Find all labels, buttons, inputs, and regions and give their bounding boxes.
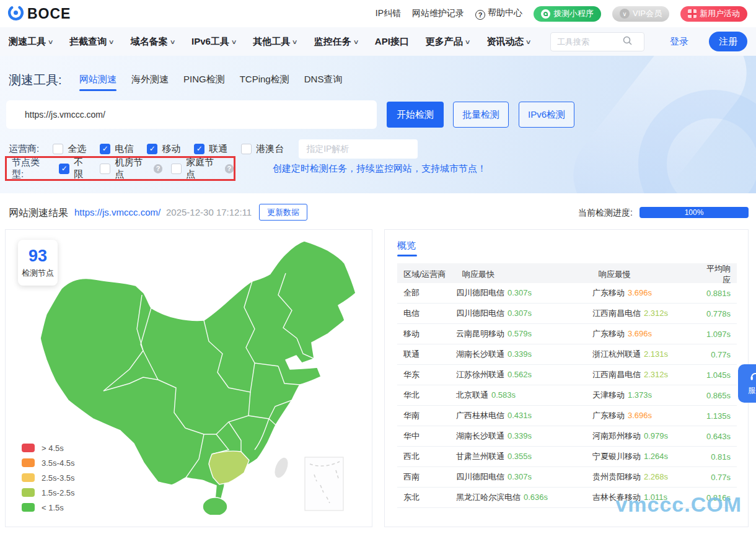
tab-ping[interactable]: PING检测: [183, 74, 225, 91]
checkbox-unchecked[interactable]: [53, 144, 63, 154]
legend-item: 1.5s-2.5s: [22, 485, 74, 500]
speed-test-hero: 测速工具: 网站测速 海外测速 PING检测 TCPing检测 DNS查询 开始…: [0, 56, 756, 193]
ipv6-test-button[interactable]: IPv6检测: [519, 102, 574, 128]
batch-test-button[interactable]: 批量检测: [453, 102, 509, 128]
region-cell: 西南: [397, 471, 456, 483]
table-row: 华中湖南长沙联通0.339s河南郑州移动0.979s0.643s: [397, 426, 737, 447]
region-cell: 华南: [397, 410, 456, 421]
chevron-down-icon: ∨: [525, 38, 532, 45]
avg-cell: 1.045s: [695, 370, 737, 380]
url-input[interactable]: [6, 100, 377, 129]
avg-cell: 0.865s: [695, 391, 737, 400]
chevron-down-icon: ∨: [292, 38, 298, 45]
tool-search-input[interactable]: [557, 37, 619, 46]
help-icon[interactable]: ?: [154, 164, 162, 173]
mini-program-badge[interactable]: 拨测小程序: [534, 6, 601, 22]
chevron-down-icon: ∨: [464, 38, 470, 45]
chevron-down-icon: ∨: [169, 38, 175, 45]
checkbox-checked[interactable]: ✓: [100, 144, 110, 154]
map-panel: 93 检测节点: [5, 229, 372, 527]
new-user-badge[interactable]: 新用户活动: [680, 6, 747, 22]
nav-item-ipv6-tools[interactable]: IPv6工具∨: [191, 36, 236, 48]
col-fastest: 响应最快: [456, 269, 592, 280]
gift-icon: [688, 9, 697, 18]
tab-tcping[interactable]: TCPing检测: [240, 74, 289, 91]
nav-item-news[interactable]: 资讯动态∨: [486, 36, 530, 48]
nav-item-api[interactable]: API接口: [375, 36, 409, 48]
legend-swatch: [22, 488, 35, 497]
isp-option-hmt[interactable]: 港澳台: [241, 143, 284, 155]
result-timestamp: 2025-12-30 17:12:11: [166, 207, 252, 217]
tab-overview-underline: [397, 255, 417, 256]
speed-test-tabs: 网站测速 海外测速 PING检测 TCPing检测 DNS查询: [79, 74, 342, 91]
south-china-sea-inset: [305, 457, 343, 510]
node-type-highlight-box: 节点类型: ✓不限 机房节点? 家庭节点?: [5, 156, 235, 181]
register-button[interactable]: 注册: [709, 32, 747, 51]
tab-overview[interactable]: 概览: [397, 240, 416, 252]
region-cell: 华北: [397, 390, 456, 401]
col-region: 区域/运营商: [397, 269, 456, 280]
china-map[interactable]: [37, 236, 365, 515]
chevron-down-icon: ∨: [48, 38, 54, 45]
isp-option-mobile[interactable]: ✓移动: [147, 143, 180, 155]
slowest-cell: 广东移动3.696s: [592, 410, 695, 421]
customer-service-tab[interactable]: 服务: [738, 364, 756, 403]
node-count-badge: 93 检测节点: [18, 240, 58, 286]
help-center-link[interactable]: ?帮助中心: [475, 7, 522, 20]
login-link[interactable]: 登录: [670, 36, 688, 48]
guangdong-province: [209, 451, 249, 484]
refresh-data-button[interactable]: 更新数据: [259, 204, 307, 221]
boce-logo[interactable]: BOCE: [7, 4, 71, 24]
node-option-home[interactable]: 家庭节点?: [171, 157, 234, 180]
checkbox-unchecked[interactable]: [100, 164, 110, 174]
fastest-cell: 江苏徐州联通0.562s: [456, 369, 592, 380]
checkbox-unchecked[interactable]: [171, 164, 182, 174]
isp-option-telecom[interactable]: ✓电信: [100, 143, 133, 155]
isp-options-row: 运营商: 全选 ✓电信 ✓移动 ✓联通 港澳台: [9, 142, 418, 155]
checkbox-checked[interactable]: ✓: [194, 144, 204, 154]
nav-item-other-tools[interactable]: 其他工具∨: [253, 36, 297, 48]
checkbox-checked[interactable]: ✓: [147, 144, 157, 154]
ip-resolve-input[interactable]: [299, 139, 418, 159]
table-row: 全部四川德阳电信0.307s广东移动3.696s0.881s: [397, 283, 737, 304]
node-option-unlimited[interactable]: ✓不限: [59, 157, 91, 180]
help-icon[interactable]: ?: [225, 164, 234, 173]
tab-overseas-speed[interactable]: 海外测速: [131, 74, 169, 91]
ip-correction-link[interactable]: IP纠错: [376, 8, 401, 19]
fastest-cell: 四川德阳电信0.307s: [456, 308, 592, 319]
nav-item-monitor-tasks[interactable]: 监控任务∨: [314, 36, 358, 48]
slowest-cell: 天津移动1.373s: [592, 390, 695, 401]
isp-option-unicom[interactable]: ✓联通: [194, 143, 227, 155]
tab-dns[interactable]: DNS查询: [304, 74, 343, 91]
fastest-cell: 四川德阳电信0.307s: [456, 287, 592, 299]
monitor-promo-link[interactable]: 创建定时检测任务，持续监控网站，支持城市节点！: [273, 163, 486, 175]
vip-badge[interactable]: ∨VIP会员: [612, 6, 669, 22]
section-title: 测速工具:: [9, 72, 62, 89]
nav-item-domain-icp[interactable]: 域名备案∨: [131, 36, 175, 48]
avg-cell: 0.881s: [695, 289, 737, 298]
result-bar: 网站测速结果 https://js.vmccc.com/ 2025-12-30 …: [0, 201, 756, 226]
legend-swatch: [22, 458, 35, 467]
site-maintenance-link[interactable]: 网站维护记录: [412, 8, 464, 19]
checkbox-checked[interactable]: ✓: [59, 164, 69, 174]
nav-item-block-query[interactable]: 拦截查询∨: [69, 36, 113, 48]
table-row: 华北北京联通0.583s天津移动1.373s0.865s: [397, 385, 737, 406]
node-count: 93: [29, 247, 47, 266]
tab-website-speed[interactable]: 网站测速: [79, 74, 116, 91]
fastest-cell: 黑龙江哈尔滨电信0.636s: [456, 492, 592, 503]
slowest-cell: 浙江杭州联通2.131s: [592, 349, 695, 360]
nav-item-speed-tools[interactable]: 测速工具∨: [9, 36, 53, 48]
node-option-idc[interactable]: 机房节点?: [100, 157, 162, 180]
legend-item: < 1.5s: [22, 500, 74, 515]
checkbox-unchecked[interactable]: [241, 144, 252, 154]
start-test-button[interactable]: 开始检测: [387, 102, 444, 128]
headset-icon: [750, 371, 756, 383]
fastest-cell: 北京联通0.583s: [456, 390, 592, 401]
legend-item: > 4.5s: [22, 440, 74, 455]
watermark: vmccc.COM: [615, 492, 742, 517]
isp-option-all[interactable]: 全选: [53, 143, 86, 155]
progress-label: 当前检测进度:: [578, 208, 633, 219]
nav-item-more-products[interactable]: 更多产品∨: [426, 36, 470, 48]
result-url-link[interactable]: https://js.vmccc.com/: [74, 207, 160, 217]
region-cell: 华中: [397, 431, 456, 442]
